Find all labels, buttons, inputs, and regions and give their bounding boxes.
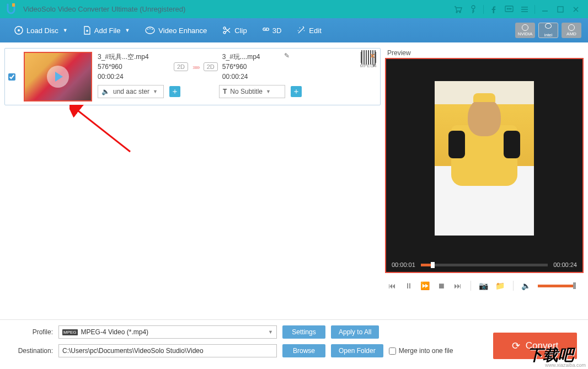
- svg-point-14: [152, 29, 153, 30]
- load-disc-button[interactable]: Load Disc▼: [7, 18, 76, 42]
- player-controls: ⏮ ⏸ ⏩ ⏹ ⏭ 📷 📁 🔈: [385, 273, 584, 293]
- svg-rect-0: [12, 3, 15, 7]
- item-thumbnail[interactable]: [24, 52, 92, 101]
- fast-forward-button[interactable]: ⏩: [418, 279, 432, 293]
- browse-button[interactable]: Browse: [282, 344, 325, 357]
- wand-icon: [297, 26, 306, 35]
- svg-point-2: [459, 12, 461, 13]
- 3d-label: 3D: [272, 26, 282, 35]
- svg-point-15: [223, 27, 226, 29]
- play-overlay-icon: [47, 66, 69, 88]
- maximize-icon[interactable]: [553, 2, 568, 17]
- bottom-bar: Profile: MPEG MPEG-4 Video (*.mp4) ▼ Set…: [0, 319, 588, 369]
- seek-bar[interactable]: [421, 264, 548, 266]
- disc-icon: [14, 26, 23, 35]
- mpeg-icon: MPEG: [62, 329, 78, 335]
- file-list: 3_#玩具...空.mp4 576*960 00:00:24 2D ››››› …: [4, 48, 381, 293]
- menu-icon[interactable]: [517, 2, 532, 17]
- app-logo: [4, 3, 18, 16]
- snapshot-button[interactable]: 📷: [477, 279, 491, 293]
- enhance-label: Video Enhance: [158, 26, 207, 35]
- volume-icon[interactable]: 🔈: [519, 279, 533, 293]
- stop-button[interactable]: ⏹: [434, 279, 448, 293]
- source-info: 3_#玩具...空.mp4 576*960 00:00:24: [98, 52, 169, 82]
- svg-point-5: [507, 8, 508, 9]
- intel-chip[interactable]: intel: [538, 23, 558, 38]
- open-folder-button[interactable]: Open Folder: [331, 344, 383, 357]
- move-down-icon[interactable]: ▾: [372, 62, 376, 69]
- add-file-button[interactable]: Add File▼: [76, 18, 138, 42]
- cart-icon[interactable]: [450, 2, 466, 17]
- item-checkbox[interactable]: [8, 52, 18, 101]
- dest-2d-badge: 2D: [204, 62, 218, 71]
- audio-track-label: und aac ster: [113, 88, 149, 95]
- snapshot-folder-button[interactable]: 📁: [493, 279, 507, 293]
- scissors-icon: [222, 26, 231, 35]
- volume-slider[interactable]: [538, 285, 576, 287]
- svg-point-16: [223, 31, 226, 34]
- apply-all-button[interactable]: Apply to All: [331, 325, 379, 339]
- key-icon[interactable]: [466, 2, 481, 17]
- profile-select[interactable]: MPEG MPEG-4 Video (*.mp4) ▼: [58, 325, 277, 339]
- facebook-icon[interactable]: [486, 2, 501, 17]
- time-total: 00:00:24: [553, 261, 577, 268]
- profile-value: MPEG-4 Video (*.mp4): [81, 328, 149, 336]
- convert-icon: ⟳: [512, 340, 520, 352]
- main-toolbar: Load Disc▼ Add File▼ Video Enhance Clip …: [0, 18, 588, 42]
- dest-info: 3_#玩....mp4 576*960 00:00:24: [222, 52, 277, 82]
- next-button[interactable]: ⏭: [451, 279, 465, 293]
- edit-label: Edit: [309, 26, 321, 35]
- window-title: VideoSolo Video Converter Ultimate (Unre…: [23, 5, 185, 13]
- merge-checkbox[interactable]: Merge into one file: [389, 347, 453, 355]
- subtitle-select[interactable]: T No Subtitle ▼: [219, 85, 285, 98]
- pause-button[interactable]: ⏸: [402, 279, 416, 293]
- remove-item-icon[interactable]: ✕: [370, 52, 376, 60]
- add-audio-button[interactable]: ＋: [169, 86, 180, 97]
- svg-point-12: [147, 29, 148, 30]
- destination-label: Destination:: [8, 347, 53, 355]
- preview-panel: 00:00:01 00:00:24: [385, 58, 584, 273]
- time-current: 00:00:01: [392, 261, 415, 268]
- preview-label: Preview: [385, 48, 584, 58]
- clip-label: Clip: [234, 26, 247, 35]
- source-2d-badge: 2D: [174, 62, 188, 71]
- feedback-icon[interactable]: [501, 2, 517, 17]
- rename-icon[interactable]: ✎: [284, 52, 290, 60]
- destination-path[interactable]: C:\Users\pc\Documents\VideoSolo Studio\V…: [58, 344, 277, 357]
- prev-button[interactable]: ⏮: [385, 279, 399, 293]
- subtitle-icon: T: [223, 88, 227, 95]
- audio-track-select[interactable]: 🔈 und aac ster ▼: [98, 85, 164, 98]
- svg-rect-8: [558, 7, 563, 12]
- 3d-button[interactable]: ᴳᴰ 3D: [255, 18, 290, 42]
- watermark-url: www.xiazaiba.com: [545, 362, 586, 368]
- amd-chip[interactable]: AMD: [562, 23, 581, 38]
- add-file-label: Add File: [94, 26, 121, 35]
- svg-point-6: [509, 8, 510, 9]
- add-subtitle-button[interactable]: ＋: [291, 86, 302, 97]
- 3d-icon: ᴳᴰ: [263, 26, 269, 35]
- svg-point-13: [149, 28, 151, 29]
- subtitle-label: No Subtitle: [230, 88, 263, 95]
- file-item[interactable]: 3_#玩具...空.mp4 576*960 00:00:24 2D ››››› …: [4, 48, 381, 105]
- palette-icon: [145, 26, 155, 34]
- preview-canvas[interactable]: [386, 59, 582, 258]
- svg-point-10: [18, 29, 20, 31]
- close-icon[interactable]: [568, 2, 584, 17]
- settings-button[interactable]: Settings: [282, 325, 325, 339]
- edit-button[interactable]: Edit: [289, 18, 329, 42]
- minimize-icon[interactable]: [537, 2, 553, 17]
- video-enhance-button[interactable]: Video Enhance: [137, 18, 215, 42]
- svg-point-11: [146, 27, 154, 34]
- nvidia-chip[interactable]: NVIDIA: [515, 23, 535, 38]
- svg-point-7: [510, 8, 511, 9]
- svg-point-1: [456, 12, 457, 13]
- convert-button[interactable]: ⟳ Convert: [493, 333, 577, 359]
- speaker-icon: 🔈: [101, 88, 110, 95]
- preview-frame: [435, 81, 534, 236]
- load-disc-label: Load Disc: [26, 26, 58, 35]
- titlebar: VideoSolo Video Converter Ultimate (Unre…: [0, 0, 588, 18]
- clip-button[interactable]: Clip: [215, 18, 254, 42]
- arrow-icon: ›››››: [193, 63, 199, 71]
- convert-label: Convert: [526, 340, 559, 351]
- profile-label: Profile:: [8, 328, 53, 336]
